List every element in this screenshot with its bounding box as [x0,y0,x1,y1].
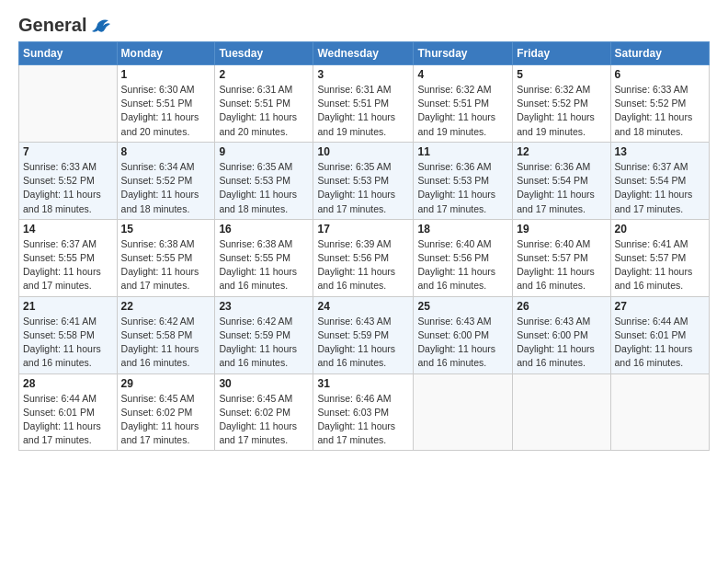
day-info: Sunrise: 6:37 AM Sunset: 5:54 PM Dayligh… [615,160,705,216]
logo-text: General [18,15,86,36]
day-number: 21 [23,300,113,313]
calendar-cell: 27Sunrise: 6:44 AM Sunset: 6:01 PM Dayli… [610,296,709,373]
calendar-week-row: 28Sunrise: 6:44 AM Sunset: 6:01 PM Dayli… [19,373,710,451]
day-info: Sunrise: 6:32 AM Sunset: 5:52 PM Dayligh… [517,83,606,139]
day-number: 1 [121,68,211,81]
day-info: Sunrise: 6:43 AM Sunset: 6:00 PM Dayligh… [417,315,508,371]
weekday-header-wednesday: Wednesday [313,42,414,65]
day-info: Sunrise: 6:40 AM Sunset: 5:57 PM Dayligh… [517,237,606,293]
calendar-cell: 14Sunrise: 6:37 AM Sunset: 5:55 PM Dayli… [19,219,118,296]
day-info: Sunrise: 6:43 AM Sunset: 5:59 PM Dayligh… [317,315,409,371]
calendar-cell: 19Sunrise: 6:40 AM Sunset: 5:57 PM Dayli… [513,219,610,296]
day-number: 27 [615,300,705,313]
calendar-cell: 11Sunrise: 6:36 AM Sunset: 5:53 PM Dayli… [414,142,513,219]
calendar-cell: 5Sunrise: 6:32 AM Sunset: 5:52 PM Daylig… [513,65,610,143]
day-info: Sunrise: 6:35 AM Sunset: 5:53 PM Dayligh… [219,160,309,216]
day-info: Sunrise: 6:42 AM Sunset: 5:58 PM Dayligh… [121,315,211,371]
calendar-cell: 8Sunrise: 6:34 AM Sunset: 5:52 PM Daylig… [117,142,215,219]
day-info: Sunrise: 6:33 AM Sunset: 5:52 PM Dayligh… [23,160,113,216]
calendar-cell: 24Sunrise: 6:43 AM Sunset: 5:59 PM Dayli… [313,296,414,373]
day-info: Sunrise: 6:36 AM Sunset: 5:54 PM Dayligh… [517,160,606,216]
day-info: Sunrise: 6:39 AM Sunset: 5:56 PM Dayligh… [317,237,409,293]
day-info: Sunrise: 6:41 AM Sunset: 5:58 PM Dayligh… [23,315,113,371]
weekday-header-sunday: Sunday [19,42,118,65]
calendar-week-row: 7Sunrise: 6:33 AM Sunset: 5:52 PM Daylig… [19,142,710,219]
calendar-cell: 26Sunrise: 6:43 AM Sunset: 6:00 PM Dayli… [513,296,610,373]
day-number: 12 [517,145,606,158]
page-header: General [18,15,710,32]
calendar-cell: 18Sunrise: 6:40 AM Sunset: 5:56 PM Dayli… [414,219,513,296]
calendar-cell: 9Sunrise: 6:35 AM Sunset: 5:53 PM Daylig… [215,142,313,219]
day-info: Sunrise: 6:32 AM Sunset: 5:51 PM Dayligh… [417,83,508,139]
day-number: 9 [219,145,309,158]
day-info: Sunrise: 6:38 AM Sunset: 5:55 PM Dayligh… [121,237,211,293]
day-info: Sunrise: 6:38 AM Sunset: 5:55 PM Dayligh… [219,237,309,293]
day-info: Sunrise: 6:41 AM Sunset: 5:57 PM Dayligh… [615,237,705,293]
day-number: 31 [317,377,409,390]
calendar-cell: 16Sunrise: 6:38 AM Sunset: 5:55 PM Dayli… [215,219,313,296]
day-info: Sunrise: 6:40 AM Sunset: 5:56 PM Dayligh… [417,237,508,293]
calendar-cell: 2Sunrise: 6:31 AM Sunset: 5:51 PM Daylig… [215,65,313,143]
day-info: Sunrise: 6:31 AM Sunset: 5:51 PM Dayligh… [317,83,409,139]
calendar-cell: 15Sunrise: 6:38 AM Sunset: 5:55 PM Dayli… [117,219,215,296]
calendar-cell: 17Sunrise: 6:39 AM Sunset: 5:56 PM Dayli… [313,219,414,296]
day-number: 10 [317,145,409,158]
day-number: 8 [121,145,211,158]
weekday-header-row: SundayMondayTuesdayWednesdayThursdayFrid… [19,42,710,65]
day-number: 29 [121,377,211,390]
day-number: 20 [615,223,705,236]
calendar-page: General SundayMondayTuesdayWednesdayThur… [0,0,728,563]
day-number: 6 [615,68,705,81]
day-info: Sunrise: 6:46 AM Sunset: 6:03 PM Dayligh… [317,392,409,448]
day-number: 22 [121,300,211,313]
day-number: 26 [517,300,606,313]
calendar-cell: 12Sunrise: 6:36 AM Sunset: 5:54 PM Dayli… [513,142,610,219]
logo-bird-icon [90,17,110,35]
calendar-cell: 13Sunrise: 6:37 AM Sunset: 5:54 PM Dayli… [610,142,709,219]
calendar-cell [610,373,709,451]
day-info: Sunrise: 6:42 AM Sunset: 5:59 PM Dayligh… [219,315,309,371]
day-number: 4 [417,68,508,81]
day-info: Sunrise: 6:44 AM Sunset: 6:01 PM Dayligh… [615,315,705,371]
day-info: Sunrise: 6:31 AM Sunset: 5:51 PM Dayligh… [219,83,309,139]
calendar-cell: 23Sunrise: 6:42 AM Sunset: 5:59 PM Dayli… [215,296,313,373]
calendar-cell: 31Sunrise: 6:46 AM Sunset: 6:03 PM Dayli… [313,373,414,451]
calendar-cell: 22Sunrise: 6:42 AM Sunset: 5:58 PM Dayli… [117,296,215,373]
weekday-header-monday: Monday [117,42,215,65]
day-number: 16 [219,223,309,236]
day-number: 11 [417,145,508,158]
calendar-cell: 6Sunrise: 6:33 AM Sunset: 5:52 PM Daylig… [610,65,709,143]
calendar-cell [513,373,610,451]
day-number: 7 [23,145,113,158]
day-info: Sunrise: 6:45 AM Sunset: 6:02 PM Dayligh… [121,392,211,448]
calendar-cell: 7Sunrise: 6:33 AM Sunset: 5:52 PM Daylig… [19,142,118,219]
day-info: Sunrise: 6:35 AM Sunset: 5:53 PM Dayligh… [317,160,409,216]
day-info: Sunrise: 6:34 AM Sunset: 5:52 PM Dayligh… [121,160,211,216]
calendar-week-row: 14Sunrise: 6:37 AM Sunset: 5:55 PM Dayli… [19,219,710,296]
weekday-header-tuesday: Tuesday [215,42,313,65]
day-info: Sunrise: 6:30 AM Sunset: 5:51 PM Dayligh… [121,83,211,139]
day-info: Sunrise: 6:43 AM Sunset: 6:00 PM Dayligh… [517,315,606,371]
day-number: 3 [317,68,409,81]
day-number: 15 [121,223,211,236]
day-info: Sunrise: 6:37 AM Sunset: 5:55 PM Dayligh… [23,237,113,293]
day-number: 28 [23,377,113,390]
calendar-cell: 10Sunrise: 6:35 AM Sunset: 5:53 PM Dayli… [313,142,414,219]
calendar-week-row: 1Sunrise: 6:30 AM Sunset: 5:51 PM Daylig… [19,65,710,143]
day-number: 2 [219,68,309,81]
day-info: Sunrise: 6:36 AM Sunset: 5:53 PM Dayligh… [417,160,508,216]
weekday-header-saturday: Saturday [610,42,709,65]
calendar-cell: 25Sunrise: 6:43 AM Sunset: 6:00 PM Dayli… [414,296,513,373]
day-info: Sunrise: 6:45 AM Sunset: 6:02 PM Dayligh… [219,392,309,448]
day-number: 17 [317,223,409,236]
day-info: Sunrise: 6:44 AM Sunset: 6:01 PM Dayligh… [23,392,113,448]
calendar-cell: 29Sunrise: 6:45 AM Sunset: 6:02 PM Dayli… [117,373,215,451]
day-number: 23 [219,300,309,313]
calendar-cell: 4Sunrise: 6:32 AM Sunset: 5:51 PM Daylig… [414,65,513,143]
day-number: 19 [517,223,606,236]
day-number: 14 [23,223,113,236]
calendar-cell: 20Sunrise: 6:41 AM Sunset: 5:57 PM Dayli… [610,219,709,296]
calendar-cell: 1Sunrise: 6:30 AM Sunset: 5:51 PM Daylig… [117,65,215,143]
calendar-cell [414,373,513,451]
day-number: 30 [219,377,309,390]
